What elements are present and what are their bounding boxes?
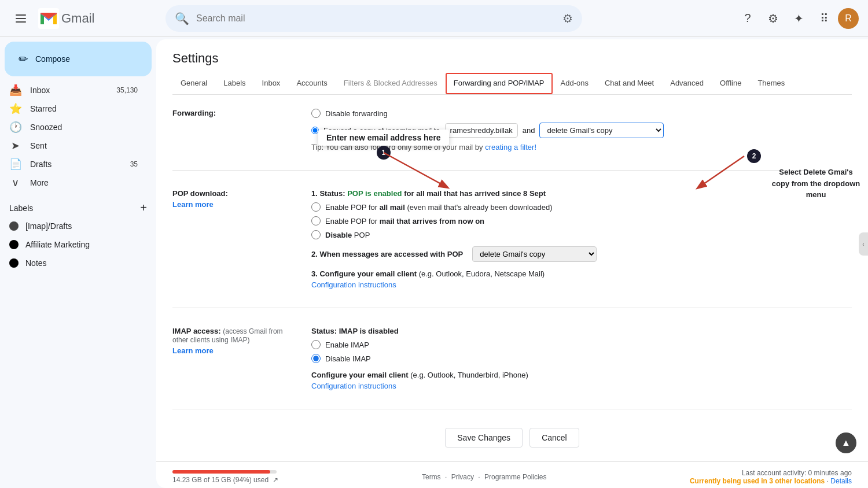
tab-offline[interactable]: Offline (712, 73, 749, 94)
pop-option3-row: Disable POP (311, 230, 852, 239)
avatar[interactable]: R (838, 8, 859, 29)
imap-control: Status: IMAP is disabled Enable IMAP Dis… (311, 327, 852, 390)
gmail-text: Gmail (61, 11, 94, 26)
compose-pencil-icon: ✏ (19, 52, 28, 66)
creating-filter-link[interactable]: creating a filter! (485, 143, 536, 151)
tab-inbox[interactable]: Inbox (254, 73, 289, 94)
settings-tabs: General Labels Inbox Accounts Filters & … (172, 73, 852, 95)
pop-disable-label: Disable POP (325, 231, 370, 239)
forwarding-section: Forwarding: Disable forwarding Forward a… (172, 109, 852, 171)
pop-configure-section: 3. Configure your email client (e.g. Out… (311, 269, 852, 289)
pop-action-dropdown[interactable]: keep Gmail's copy in the Inbox mark Gmai… (472, 246, 597, 262)
forwarding-control: Disable forwarding Forward a copy of inc… (311, 109, 852, 151)
active-warning-text: Currently being used in 3 other location… (690, 477, 852, 485)
tab-chat[interactable]: Chat and Meet (597, 73, 662, 94)
imap-disable-label: Disable IMAP (325, 354, 371, 363)
privacy-link[interactable]: Privacy (451, 473, 474, 481)
storage-bar-outer (172, 470, 277, 474)
terms-link[interactable]: Terms (422, 473, 441, 481)
tab-labels[interactable]: Labels (215, 73, 253, 94)
notes-dot (9, 258, 19, 268)
imap-section: IMAP access: (access Gmail from other cl… (172, 327, 852, 409)
pop-status-value: POP is enabled (347, 189, 402, 198)
sidebar: ✏ Compose 📥 Inbox 35,130 ⭐ Starred 🕐 Sno… (0, 37, 156, 488)
label-imap-drafts[interactable]: [Imap]/Drafts (9, 217, 156, 235)
storage-text: 14.23 GB of 15 GB (94%) used (172, 476, 269, 484)
imap-enable-label: Enable IMAP (325, 341, 369, 349)
affiliate-dot (9, 240, 19, 249)
compose-button[interactable]: ✏ Compose (5, 42, 152, 76)
pop-option1-row: Enable POP for all mail (even mail that'… (311, 202, 852, 212)
settings-footer: 14.23 GB of 15 GB (94%) used ↗ Terms · P… (156, 461, 868, 488)
starred-icon: ⭐ (9, 102, 21, 115)
tab-forwarding[interactable]: Forwarding and POP/IMAP (446, 73, 553, 94)
pop-all-mail-radio[interactable] (311, 202, 321, 212)
pop-all-mail-label: Enable POP for all mail (even mail that'… (325, 203, 553, 212)
save-cancel-row: Save Changes Cancel (172, 428, 852, 448)
scroll-to-top-button[interactable]: ▲ (836, 432, 856, 453)
programme-link[interactable]: Programme Policies (484, 473, 546, 481)
labels-header-text: Labels (9, 204, 33, 213)
search-filter-icon[interactable]: ⚙ (562, 12, 573, 25)
pop-label: POP download: (172, 189, 228, 198)
settings-header: Settings General Labels Inbox Accounts F… (156, 39, 868, 95)
pop-now-on-label: Enable POP for mail that arrives from no… (325, 217, 484, 225)
drafts-label: Drafts (30, 160, 121, 169)
sidebar-item-inbox[interactable]: 📥 Inbox 35,130 (0, 81, 147, 99)
hamburger-menu-button[interactable] (9, 7, 32, 30)
more-icon: ∨ (9, 176, 21, 189)
imap-config-link[interactable]: Configuration instructions (311, 382, 852, 390)
forwarding-enable-radio[interactable] (311, 127, 319, 134)
starred-label: Starred (30, 104, 138, 113)
notes-label: Notes (25, 258, 47, 268)
main-content: Settings General Labels Inbox Accounts F… (156, 39, 868, 488)
settings-body: Forwarding: Disable forwarding Forward a… (156, 95, 868, 461)
apps-button[interactable]: ⠿ (812, 7, 836, 30)
sidebar-item-more[interactable]: ∨ More (0, 173, 147, 192)
affiliate-label: Affiliate Marketing (25, 240, 90, 249)
forwarding-disable-radio[interactable] (311, 109, 321, 118)
storage-section: 14.23 GB of 15 GB (94%) used ↗ (172, 470, 278, 484)
save-button[interactable]: Save Changes (445, 428, 523, 448)
imap-enable-radio[interactable] (311, 340, 321, 349)
imap-disable-row: Disable IMAP (311, 354, 852, 363)
add-label-button[interactable]: + (140, 201, 147, 215)
sidebar-item-starred[interactable]: ⭐ Starred (0, 99, 147, 118)
cancel-button[interactable]: Cancel (529, 428, 579, 448)
help-button[interactable]: ? (736, 7, 759, 30)
label-notes[interactable]: Notes (9, 254, 156, 272)
pop-learn-more[interactable]: Learn more (172, 200, 288, 209)
tab-accounts[interactable]: Accounts (288, 73, 335, 94)
pop-messages-row: 2. When messages are accessed with POP k… (311, 246, 852, 262)
forwarding-action-dropdown[interactable]: keep Gmail's copy in the Inbox mark Gmai… (539, 123, 664, 138)
imap-learn-more[interactable]: Learn more (172, 346, 288, 355)
imap-disable-radio[interactable] (311, 354, 321, 363)
forwarding-disable-row: Disable forwarding (311, 109, 852, 118)
more-label: More (30, 178, 138, 187)
pop-config-link[interactable]: Configuration instructions (311, 280, 852, 289)
settings-button[interactable]: ⚙ (762, 7, 785, 30)
search-icon: 🔍 (175, 12, 189, 25)
tab-filters[interactable]: Filters & Blocked Addresses (336, 73, 446, 94)
last-activity-text: Last account activity: 0 minutes ago (690, 469, 852, 477)
tab-themes[interactable]: Themes (749, 73, 793, 94)
tab-general[interactable]: General (172, 73, 215, 94)
tab-advanced[interactable]: Advanced (662, 73, 712, 94)
pop-disable-radio[interactable] (311, 230, 321, 239)
tab-addons[interactable]: Add-ons (553, 73, 597, 94)
gemini-button[interactable]: ✦ (787, 7, 810, 30)
inbox-label: Inbox (30, 86, 107, 95)
sidebar-item-snoozed[interactable]: 🕐 Snoozed (0, 118, 147, 136)
drafts-icon: 📄 (9, 158, 21, 171)
pop-now-on-radio[interactable] (311, 216, 321, 225)
storage-external-link[interactable]: ↗ (273, 476, 278, 484)
label-affiliate[interactable]: Affiliate Marketing (9, 235, 156, 254)
sidebar-collapse-button[interactable]: ‹ (859, 232, 868, 256)
forwarding-email-box: rameshreddy.billak (445, 123, 518, 138)
search-input[interactable] (196, 13, 556, 24)
search-bar[interactable]: 🔍 ⚙ (165, 5, 582, 32)
sidebar-item-drafts[interactable]: 📄 Drafts 35 (0, 155, 147, 173)
details-link[interactable]: Details (830, 477, 852, 485)
pop-option2-row: Enable POP for mail that arrives from no… (311, 216, 852, 225)
sidebar-item-sent[interactable]: ➤ Sent (0, 136, 147, 155)
